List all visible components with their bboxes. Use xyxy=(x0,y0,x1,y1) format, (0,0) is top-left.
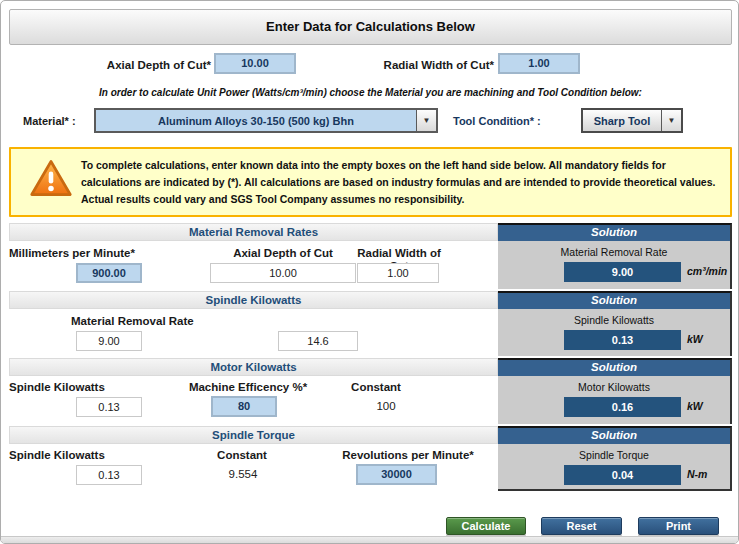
motor-kw-solution-label: Motor Kilowatts xyxy=(498,381,730,393)
spindle-kw-label: Spindle Kilowatts xyxy=(9,381,149,394)
tool-condition-label: Tool Condition* : xyxy=(453,115,578,128)
torque-constant-label: Constant xyxy=(202,449,282,462)
motor-constant-value: 100 xyxy=(346,400,426,412)
instruction-text: In order to calculate Unit Power (Watts/… xyxy=(1,87,739,98)
motor-kw-solution-unit: kW xyxy=(687,400,735,412)
page-title: Enter Data for Calculations Below xyxy=(9,9,732,45)
reset-button[interactable]: Reset xyxy=(541,517,622,535)
radial-width-top-label: Radial Width of Cut* xyxy=(371,59,494,72)
material-label: Material* : xyxy=(23,115,93,128)
spindle-kw-solution-unit: kW xyxy=(687,333,735,345)
machine-efficiency-input[interactable]: 80 xyxy=(211,396,277,417)
spindle-kw-torque-label: Spindle Kilowatts xyxy=(9,449,149,462)
radial-width-top-input[interactable]: 1.00 xyxy=(498,53,580,74)
axial-depth-input[interactable]: 10.00 xyxy=(210,263,356,283)
spindle-kw-input-torque[interactable]: 0.13 xyxy=(76,465,142,485)
machine-efficiency-label: Machine Efficency %* xyxy=(173,381,323,394)
mrr-input-label: Material Removal Rate xyxy=(71,315,241,328)
motor-kw-solution-value: 0.16 xyxy=(564,397,681,417)
spindle-torque-solution-value: 0.04 xyxy=(564,465,681,485)
solution-header: Solution xyxy=(498,291,732,309)
mrr-solution-label: Material Removal Rate xyxy=(498,246,730,258)
mrr-solution-value: 9.00 xyxy=(564,262,681,282)
axial-depth-label: Axial Depth of Cut xyxy=(210,247,356,260)
axial-depth-top-label: Axial Depth of Cut* xyxy=(91,59,211,72)
solution-header: Solution xyxy=(498,358,732,376)
axial-depth-top-input[interactable]: 10.00 xyxy=(214,53,296,74)
chevron-down-icon[interactable]: ▼ xyxy=(416,110,436,131)
rpm-label: Revolutions per Minute* xyxy=(338,449,478,462)
chevron-down-icon[interactable]: ▼ xyxy=(661,110,681,131)
material-select-value: Aluminum Alloys 30-150 (500 kg) Bhn xyxy=(96,110,416,131)
material-select[interactable]: Aluminum Alloys 30-150 (500 kg) Bhn ▼ xyxy=(94,108,438,133)
tool-condition-select-value: Sharp Tool xyxy=(583,110,661,131)
radial-width-input[interactable]: 1.00 xyxy=(357,263,439,283)
mrr-input[interactable]: 9.00 xyxy=(76,331,142,351)
spindle-kw-solution-label: Spindle Kilowatts xyxy=(498,314,730,326)
mrr-solution-unit: cm³/min xyxy=(687,265,735,277)
warning-message: To complete calculations, enter known da… xyxy=(81,157,721,208)
spindle-torque-solution-label: Spindle Torque xyxy=(498,449,730,461)
calculator-window: Enter Data for Calculations Below Axial … xyxy=(0,0,739,544)
window-bottom-edge xyxy=(1,536,738,543)
section-header-motor-kilowatts: Motor Kilowatts xyxy=(9,358,498,376)
section-header-spindle-kilowatts: Spindle Kilowatts xyxy=(9,291,498,309)
mm-per-minute-input[interactable]: 900.00 xyxy=(76,263,142,283)
warning-banner: To complete calculations, enter known da… xyxy=(9,147,732,217)
warning-icon xyxy=(29,157,73,203)
solution-header: Solution xyxy=(498,426,732,444)
tool-condition-select[interactable]: Sharp Tool ▼ xyxy=(581,108,683,133)
spindle-torque-solution-unit: N-m xyxy=(687,468,735,480)
spindle-kw-solution-value: 0.13 xyxy=(564,330,681,350)
unit-power-input[interactable]: 14.6 xyxy=(278,331,358,351)
section-header-material-removal-rates: Material Removal Rates xyxy=(9,223,498,241)
rpm-input[interactable]: 30000 xyxy=(356,464,437,485)
torque-constant-value: 9.554 xyxy=(203,468,283,480)
calculate-button[interactable]: Calculate xyxy=(446,517,526,535)
spindle-kw-input-motor[interactable]: 0.13 xyxy=(76,397,142,417)
print-button[interactable]: Print xyxy=(638,517,719,535)
section-header-spindle-torque: Spindle Torque xyxy=(9,426,498,444)
solution-header: Solution xyxy=(498,223,732,241)
mm-per-minute-label: Millimeters per Minute* xyxy=(9,247,209,260)
motor-constant-label: Constant xyxy=(336,381,416,394)
